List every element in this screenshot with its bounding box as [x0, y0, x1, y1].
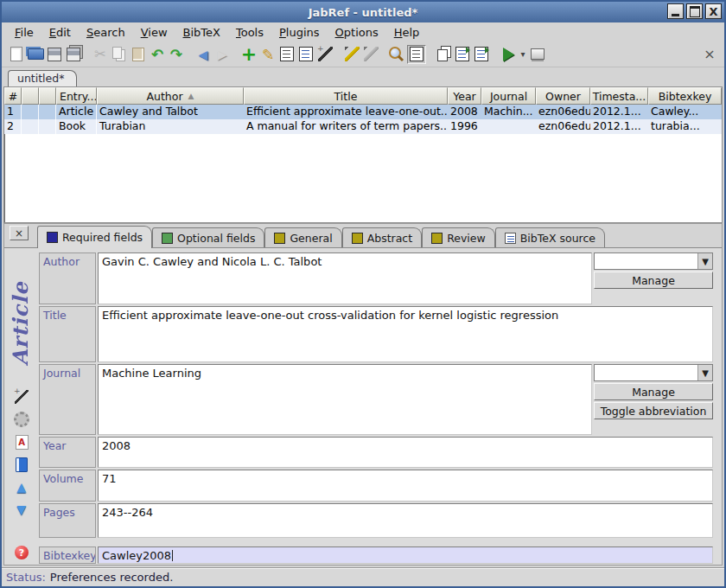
open-url-icon[interactable]: [472, 45, 491, 64]
journal-input[interactable]: Machine Learning: [98, 364, 592, 435]
menu-tools[interactable]: Tools: [228, 24, 271, 41]
cell-title: Efficient approximate leave-one-out...: [244, 105, 448, 119]
toolbar-separator: [232, 46, 239, 63]
open-book-icon[interactable]: [12, 456, 31, 473]
author-names-combobox[interactable]: ▼: [594, 252, 713, 270]
paste-icon[interactable]: [129, 45, 148, 64]
close-sidepane-icon[interactable]: [700, 45, 719, 64]
title-label: Title: [39, 306, 96, 363]
entry-table[interactable]: #Entry...Author▲TitleYearJournalOwnerTim…: [3, 86, 723, 223]
open-database-icon[interactable]: [26, 45, 45, 64]
cut-icon[interactable]: [91, 45, 110, 64]
volume-input[interactable]: 71: [98, 470, 713, 502]
fetch-tool-icon[interactable]: [528, 45, 547, 64]
dropdown-arrow-icon[interactable]: [518, 45, 528, 64]
column-header-author[interactable]: Author▲: [97, 87, 244, 105]
next-entry-icon[interactable]: [12, 501, 31, 518]
column-header-year[interactable]: Year: [448, 87, 481, 105]
help-icon[interactable]: [12, 544, 31, 561]
close-icon[interactable]: [705, 3, 722, 19]
toggle-abbreviation-button[interactable]: Toggle abbreviation: [594, 402, 713, 419]
menu-edit[interactable]: Edit: [41, 24, 79, 41]
column-header-[interactable]: #: [4, 87, 22, 105]
previous-entry-icon[interactable]: [12, 478, 31, 495]
duplicate-entry-icon[interactable]: [434, 45, 453, 64]
redo-icon[interactable]: [167, 45, 186, 64]
edit-entry-icon[interactable]: [258, 45, 277, 64]
tab-label: General: [290, 232, 332, 245]
tab-abstract[interactable]: Abstract: [342, 227, 422, 247]
menu-options[interactable]: Options: [328, 24, 386, 41]
tab-general[interactable]: General: [264, 227, 341, 247]
menu-plugins[interactable]: Plugins: [271, 24, 328, 41]
mark-entries-icon[interactable]: [342, 45, 361, 64]
table-row[interactable]: 1ArticleCawley and TalbotEfficient appro…: [4, 105, 722, 119]
author-widgets: ▼ Manage: [594, 252, 713, 304]
chevron-down-icon[interactable]: ▼: [697, 365, 712, 380]
bibtexkey-label: Bibtexkey: [39, 546, 96, 564]
push-to-application-icon[interactable]: [499, 45, 518, 64]
cell-bibtexkey: turabia...: [648, 119, 722, 134]
menu-view[interactable]: View: [133, 24, 175, 41]
database-tab[interactable]: untitled*: [8, 70, 77, 86]
menu-bibtex[interactable]: BibTeX: [175, 24, 228, 41]
chevron-down-icon[interactable]: ▼: [697, 253, 712, 269]
maximize-icon[interactable]: [686, 3, 703, 19]
table-row[interactable]: 2BookTurabianA manual for writers of ter…: [4, 119, 722, 134]
generate-key-wand-icon[interactable]: [12, 388, 31, 406]
search-icon[interactable]: [388, 45, 407, 64]
cell-year: 2008: [448, 105, 481, 119]
tab-optional-fields[interactable]: Optional fields: [152, 227, 264, 247]
toolbar-separator: [380, 46, 388, 63]
back-icon[interactable]: [194, 45, 213, 64]
column-header-title[interactable]: Title: [244, 87, 448, 105]
menu-help[interactable]: Help: [386, 24, 428, 41]
column-header-journal[interactable]: Journal: [481, 87, 536, 105]
undo-icon[interactable]: [148, 45, 167, 64]
new-entry-icon[interactable]: [239, 45, 258, 64]
tab-bibtex-source[interactable]: BibTeX source: [495, 227, 605, 247]
year-label: Year: [39, 437, 96, 469]
column-header-owner[interactable]: Owner: [536, 87, 590, 105]
column-header-entry[interactable]: Entry...: [56, 87, 97, 105]
editor-close-icon[interactable]: ×: [10, 226, 29, 240]
tab-required-fields[interactable]: Required fields: [37, 226, 152, 248]
author-input[interactable]: Gavin C. Cawley and Nicola L. C. Talbot: [98, 252, 592, 304]
toggle-preview-icon[interactable]: [407, 45, 426, 64]
title-bar[interactable]: JabRef - untitled*: [2, 2, 724, 22]
cleanup-wand-icon[interactable]: [315, 45, 334, 64]
title-input[interactable]: Efficient approximate leave-one-out cros…: [98, 306, 713, 363]
author-combo-value: [595, 253, 697, 269]
column-header-icon2[interactable]: [39, 87, 56, 105]
gear-icon[interactable]: [12, 411, 31, 428]
forward-icon[interactable]: [213, 45, 232, 64]
column-header-icon1[interactable]: [22, 87, 39, 105]
new-database-icon[interactable]: [7, 45, 26, 64]
bibtexkey-input[interactable]: Cawley2008: [98, 546, 713, 564]
copy-icon[interactable]: [110, 45, 129, 64]
write-xmp-pdf-icon[interactable]: [12, 433, 31, 451]
menu-file[interactable]: File: [7, 24, 41, 41]
edit-preamble-icon[interactable]: [277, 45, 296, 64]
unmark-entries-icon[interactable]: [361, 45, 380, 64]
tab-review[interactable]: Review: [422, 227, 495, 247]
author-manage-button[interactable]: Manage: [594, 272, 713, 289]
status-label: Status:: [6, 571, 46, 584]
save-database-icon[interactable]: [45, 45, 64, 64]
edit-strings-icon[interactable]: [296, 45, 315, 64]
cell-icon2: [39, 119, 56, 134]
minimize-icon[interactable]: [667, 3, 684, 19]
open-file-icon[interactable]: [453, 45, 472, 64]
pages-input[interactable]: 243--264: [98, 503, 713, 538]
pages-label: Pages: [39, 503, 96, 538]
journal-names-combobox[interactable]: ▼: [594, 364, 713, 381]
column-header-bibtexkey[interactable]: Bibtexkey: [648, 87, 722, 105]
save-all-icon[interactable]: [64, 45, 83, 64]
column-header-timesta[interactable]: Timesta...: [590, 87, 648, 105]
menu-search[interactable]: Search: [79, 24, 133, 41]
year-input[interactable]: 2008: [98, 437, 713, 469]
volume-label: Volume: [39, 470, 96, 502]
entry-editor: × Required fieldsOptional fieldsGeneralA…: [3, 223, 723, 566]
cell-year: 1996: [448, 119, 481, 134]
journal-manage-button[interactable]: Manage: [594, 383, 713, 400]
